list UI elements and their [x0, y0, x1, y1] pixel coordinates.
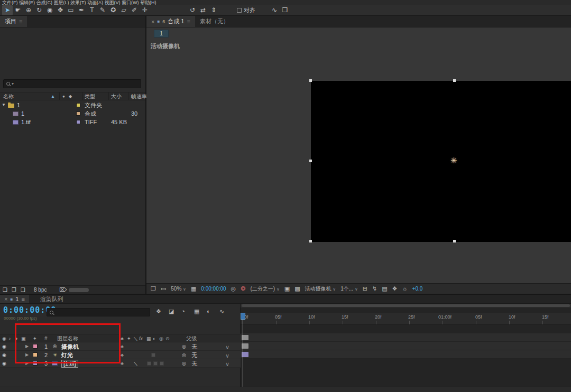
selection-handle[interactable] [309, 79, 312, 82]
quality-switch[interactable]: ♣ [121, 351, 124, 359]
composition-frame[interactable]: ✳ [311, 81, 571, 242]
selection-handle[interactable] [453, 240, 456, 242]
menu-items[interactable]: 文件(F) 编辑(E) 合成(C) 图层(L) 效果(T) 动画(A) 视图(V… [2, 0, 156, 5]
rectangle-tool-icon[interactable]: ▭ [66, 5, 76, 15]
parent-column[interactable]: 父级 [186, 334, 197, 343]
interpret-footage-icon[interactable]: ❏ [3, 286, 7, 294]
menu-bar[interactable]: 文件(F) 编辑(E) 合成(C) 图层(L) 效果(T) 动画(A) 视图(V… [0, 0, 571, 5]
tab-footage[interactable]: 素材（无） [195, 16, 234, 27]
project-row-footage[interactable]: 1.tif TIFF 45 KB [0, 118, 145, 126]
layer-name[interactable]: 摄像机 [61, 342, 79, 351]
show-channels-icon[interactable]: ❂ [241, 286, 245, 292]
parent-pickwhip-icon[interactable]: ◎ [182, 359, 186, 368]
pixel-aspect-icon[interactable]: ⊟ [363, 286, 367, 292]
quality-slash-switch[interactable]: ＼ [133, 359, 138, 368]
roto-brush-tool-icon[interactable]: ✐ [129, 5, 140, 15]
collapse-column-icon[interactable]: ✦ [127, 334, 131, 343]
flowchart-button-icon[interactable]: ❖ [392, 286, 398, 292]
layer-row-camera[interactable]: ◉ ▶ 1 ✇ 摄像机 ♣ ◎ 无 ∨ [0, 342, 241, 351]
text-tool-icon[interactable]: T [87, 5, 97, 15]
switch-box[interactable] [153, 361, 158, 366]
label-color-chip[interactable] [76, 120, 80, 124]
parent-dropdown[interactable]: 无 [191, 342, 197, 351]
close-icon[interactable]: × [4, 296, 7, 302]
frame-blend-column-icon[interactable]: ▦ [146, 334, 151, 343]
panel-menu-icon[interactable]: ≡ [21, 296, 24, 302]
bit-depth-button[interactable]: 8 bpc [34, 286, 47, 294]
layer-expander[interactable]: ▶ [25, 359, 29, 368]
column-type[interactable]: 类型 [85, 92, 95, 101]
sort-ascending-icon[interactable]: ▲ [51, 92, 55, 101]
eraser-tool-icon[interactable]: ▱ [118, 5, 129, 15]
column-divider[interactable] [128, 92, 129, 100]
layer-name[interactable]: [1.tif] [61, 360, 78, 368]
selection-tool-icon[interactable]: ➤ [2, 5, 13, 15]
layer-lane[interactable] [241, 342, 571, 350]
visibility-toggle[interactable]: ◉ [2, 351, 6, 359]
project-column-header[interactable]: 名称 ▲ ● ◆ 类型 大小 帧速率 [0, 92, 145, 100]
unified-camera-tool-icon[interactable]: ◉ [44, 5, 55, 15]
layer-expander[interactable]: ▶ [25, 342, 29, 351]
parent-pickwhip-icon[interactable]: ◎ [182, 342, 186, 351]
new-composition-icon[interactable]: ❑ [21, 286, 25, 294]
new-folder-icon[interactable]: ❒ [12, 286, 16, 294]
quality-switch[interactable]: ♣ [121, 342, 124, 351]
motion-blur-column-icon[interactable]: ◐ [153, 334, 155, 343]
visibility-toggle[interactable]: ◉ [2, 342, 6, 351]
zoom-tool-icon[interactable]: ⊕ [23, 5, 34, 15]
region-of-interest-icon[interactable]: ▣ [284, 286, 290, 292]
switch-box[interactable] [147, 361, 151, 366]
current-time-indicator-handle[interactable] [241, 313, 245, 320]
column-divider[interactable] [59, 92, 60, 100]
layer-color-chip[interactable] [33, 344, 38, 349]
draft-3d-icon[interactable]: ◪ [169, 309, 174, 314]
time-navigator-thumb[interactable] [242, 304, 570, 307]
tab-render-queue[interactable]: 渲染队列 [35, 295, 68, 303]
project-row-comp[interactable]: 1 合成 30 [0, 109, 145, 118]
parent-dropdown[interactable]: 无 [191, 351, 197, 359]
time-ruler[interactable]: 00f 05f 10f 15f 20f 25f 01:00f 05f 10f 1… [241, 313, 571, 325]
horizontal-scrollbar-thumb[interactable] [69, 288, 89, 292]
item-name[interactable]: 1.tif [21, 118, 31, 126]
preview-timecode[interactable]: 0:00:00:00 [201, 286, 226, 292]
brush-tool-icon[interactable]: ✎ [97, 5, 108, 15]
selection-handle[interactable] [453, 79, 456, 82]
view-layout-dropdown[interactable]: 1个... ∨ [340, 285, 358, 293]
video-column-icon[interactable]: ◉ [2, 334, 6, 343]
dolly-camera-tool-icon[interactable]: ⇕ [208, 5, 219, 15]
transparency-grid-icon[interactable]: ▩ [294, 286, 300, 292]
column-name[interactable]: 名称 [3, 92, 14, 101]
disclosure-open-icon[interactable]: ▼ [2, 101, 6, 109]
chevron-down-icon[interactable]: ∨ [225, 351, 229, 360]
orbit-camera-tool-icon[interactable]: ↺ [187, 5, 198, 15]
search-caret-icon[interactable]: ▾ [12, 81, 14, 86]
label-column-icon[interactable]: ✦ [33, 334, 37, 343]
frame-blending-icon[interactable]: ▦ [194, 309, 199, 314]
layer-row-footage[interactable]: ◉ ▶ 3 [1.tif] ♣ ＼ ◎ 无 ∨ [0, 359, 241, 368]
grid-options-icon[interactable]: ▦ [191, 286, 196, 292]
motion-sketch-icon[interactable]: ∿ [269, 5, 280, 15]
solo-column-icon[interactable]: ● [15, 334, 17, 343]
favorite-column-icon[interactable]: ◆ [69, 92, 72, 101]
audio-column-icon[interactable]: ♪ [8, 334, 11, 343]
camera-view-dropdown[interactable]: 活动摄像机 ∨ [305, 285, 336, 293]
motion-blur-icon[interactable]: ◐ [207, 309, 210, 314]
label-color-chip[interactable] [76, 103, 80, 107]
current-time-indicator-line[interactable] [243, 313, 243, 387]
hand-tool-icon[interactable]: ☛ [13, 5, 23, 15]
pen-tool-icon[interactable]: ✒ [76, 5, 87, 15]
label-column-icon[interactable]: ● [62, 92, 65, 101]
pan-camera-tool-icon[interactable]: ⇄ [198, 5, 208, 15]
tab-composition[interactable]: × ■ 6 合成 1 ≡ [146, 16, 195, 27]
layer-name[interactable]: 灯光 [61, 351, 73, 359]
layer-row-light[interactable]: ◉ ▶ 2 ☀ 灯光 ♣ ◎ 无 ∨ [0, 351, 241, 359]
chevron-down-icon[interactable]: ∨ [225, 343, 229, 351]
tab-project[interactable]: 项目 ≡ [0, 16, 27, 27]
composition-viewer[interactable]: 1 活动摄像机 ✳ [146, 27, 571, 283]
magnification-dropdown[interactable]: 50% ∨ [171, 286, 186, 292]
layer-lane[interactable] [241, 333, 571, 342]
layer-color-chip[interactable] [33, 352, 38, 357]
camera-point-of-interest-icon[interactable]: ✳ [450, 156, 457, 165]
chevron-down-icon[interactable]: ∨ [225, 360, 229, 368]
switch-box[interactable] [151, 353, 155, 357]
